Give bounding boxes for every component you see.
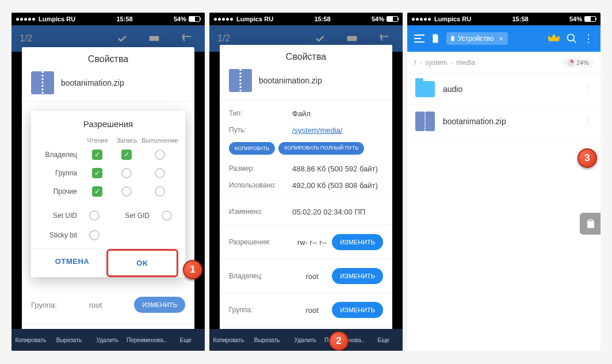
group-write-checkbox[interactable]: [121, 168, 132, 178]
path-link[interactable]: /system/media/: [292, 126, 383, 135]
status-bar: Lumpics RU 15:58 54%: [12, 13, 205, 25]
clipboard-fab[interactable]: [580, 213, 600, 235]
setuid-label: Set UID: [38, 212, 83, 220]
device-icon: [450, 35, 456, 42]
folder-name: audio: [443, 85, 462, 94]
path-label: Путь:: [229, 126, 292, 135]
type-value: Файл: [292, 109, 383, 118]
ok-button[interactable]: OK: [106, 249, 178, 277]
setuid-checkbox[interactable]: [89, 210, 100, 221]
properties-dialog: Свойства bootanimation.zip Разрешения Чт…: [22, 47, 194, 332]
file-name: bootanimation.zip: [61, 78, 124, 87]
item-menu-icon[interactable]: ⋮: [584, 85, 592, 94]
group-value: root: [305, 306, 318, 315]
file-name: bootanimation.zip: [259, 76, 322, 85]
permissions-title: Разрешения: [38, 119, 178, 129]
crumb-root[interactable]: /: [414, 59, 416, 67]
sticky-checkbox[interactable]: [89, 230, 100, 240]
status-bar: Lumpics RU 15:58 54%: [209, 13, 403, 25]
breadcrumb[interactable]: /› system› media 24%: [407, 52, 600, 74]
menu-icon[interactable]: [414, 35, 424, 43]
bg-change-button[interactable]: ИЗМЕНИТЬ: [134, 297, 185, 313]
tab-rename[interactable]: Переименова..: [127, 329, 166, 351]
tab-cut[interactable]: Вырезать: [50, 329, 89, 351]
modified-value: 05.02.20 02:34:00 ПП: [292, 208, 383, 216]
bg-group-label: Группа:: [31, 301, 57, 309]
perm-label: Разрешения:: [229, 238, 292, 246]
tab-more[interactable]: Еще: [364, 329, 403, 351]
owner-read-checkbox[interactable]: ✓: [92, 150, 102, 160]
used-label: Использовано:: [229, 181, 292, 190]
carrier-label: Lumpics RU: [39, 16, 75, 22]
perm-value: rw- r-- r--: [297, 238, 327, 247]
app-toolbar: Устройство ✕ ⋮: [407, 25, 600, 52]
size-label: Размер:: [229, 164, 292, 173]
screen-3: Lumpics RU 15:58 54% Устройство ✕ ⋮ /›: [407, 13, 600, 351]
step-badge-2: 2: [329, 331, 349, 351]
clock: 15:58: [117, 16, 133, 22]
group-exec-checkbox[interactable]: [155, 168, 165, 178]
device-tab[interactable]: Устройство ✕: [446, 32, 508, 45]
status-bar: Lumpics RU 15:58 54%: [407, 13, 600, 25]
setgid-checkbox[interactable]: [162, 210, 172, 221]
group-change-button[interactable]: ИЗМЕНИТЬ: [332, 302, 383, 318]
sdcard-icon[interactable]: [430, 33, 441, 44]
perm-change-button[interactable]: ИЗМЕНИТЬ: [332, 234, 383, 250]
tab-more[interactable]: Еще: [166, 329, 205, 351]
device-tab-label: Устройство: [458, 35, 494, 43]
group-read-checkbox[interactable]: ✓: [92, 168, 102, 178]
copy-full-path-button[interactable]: КОПИРОВАТЬ ПОЛНЫЙ ПУТЬ: [278, 142, 364, 155]
file-item[interactable]: bootanimation.zip ⋮: [407, 105, 600, 139]
setgid-label: Set GID: [106, 212, 155, 220]
close-icon[interactable]: ✕: [499, 36, 503, 42]
row-others: Прочие: [38, 187, 83, 196]
size-value: 488,86 Кб (500 592 байт): [292, 164, 383, 173]
carrier-label: Lumpics RU: [236, 16, 273, 22]
search-icon[interactable]: [566, 33, 577, 44]
usage-value: 24%: [576, 59, 589, 66]
owner-exec-checkbox[interactable]: [155, 150, 165, 160]
others-read-checkbox[interactable]: ✓: [92, 186, 102, 197]
row-group: Группа: [38, 169, 83, 177]
owner-label: Владелец:: [229, 272, 292, 280]
owner-change-button[interactable]: ИЗМЕНИТЬ: [332, 268, 383, 284]
storage-usage[interactable]: 24%: [563, 58, 594, 68]
group-label: Группа:: [229, 306, 292, 314]
battery-pct: 54%: [569, 16, 582, 22]
tab-copy[interactable]: Копировать: [209, 329, 248, 351]
screen-2: Lumpics RU 15:58 54% 1/2 Свойства bootan…: [209, 13, 403, 351]
tab-copy[interactable]: Копировать: [12, 329, 50, 351]
type-label: Тип:: [229, 109, 292, 118]
bg-group-value: root: [89, 301, 102, 309]
col-write: Запись: [112, 137, 141, 144]
crumb-1[interactable]: system: [425, 59, 447, 67]
owner-write-checkbox[interactable]: ✓: [121, 150, 132, 160]
battery-icon: [189, 16, 200, 22]
clock: 15:58: [512, 16, 529, 22]
folder-icon: [415, 81, 435, 97]
owner-value: root: [305, 272, 318, 281]
zip-file-icon: [415, 112, 435, 131]
item-menu-icon[interactable]: ⋮: [584, 117, 592, 126]
crown-icon[interactable]: [548, 33, 560, 44]
pie-icon: [567, 59, 574, 66]
clock: 15:58: [315, 16, 331, 22]
tab-delete[interactable]: Удалить: [286, 329, 324, 351]
svg-point-2: [568, 35, 575, 41]
zip-file-icon: [229, 69, 252, 92]
tab-delete[interactable]: Удалить: [88, 329, 127, 351]
tab-cut[interactable]: Вырезать: [248, 329, 286, 351]
cancel-button[interactable]: ОТМЕНА: [38, 249, 106, 277]
others-write-checkbox[interactable]: [121, 186, 132, 197]
battery-icon: [387, 16, 398, 22]
file-name: bootanimation.zip: [443, 117, 506, 126]
crumb-2[interactable]: media: [456, 59, 475, 67]
folder-item[interactable]: audio ⋮: [407, 74, 600, 105]
properties-dialog: Свойства bootanimation.zip Тип:Файл Путь…: [220, 45, 392, 332]
col-exec: Выполнение: [141, 137, 178, 144]
others-exec-checkbox[interactable]: [155, 186, 165, 197]
step-badge-1: 1: [183, 260, 202, 279]
modified-label: Изменено:: [229, 208, 292, 216]
copy-path-button[interactable]: КОПИРОВАТЬ: [229, 142, 275, 155]
overflow-icon[interactable]: ⋮: [583, 33, 594, 44]
